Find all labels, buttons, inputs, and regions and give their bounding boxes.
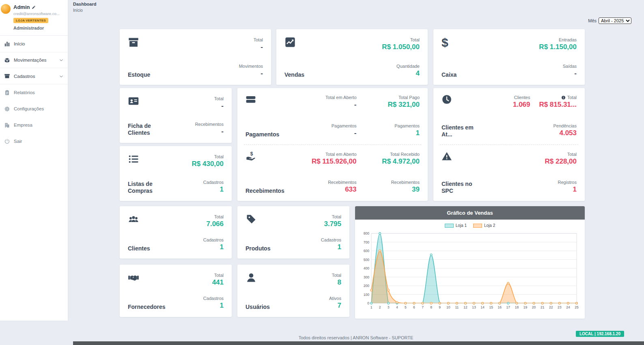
svg-text:2: 2 (379, 305, 381, 309)
svg-text:23: 23 (558, 305, 562, 309)
sidebar-item-empresa[interactable]: Empresa (0, 117, 68, 133)
power-icon (4, 138, 10, 144)
card-caixa: $ Caixa EntradasR$ 1.150,00 Saídas- (433, 29, 585, 85)
svg-text:200: 200 (364, 284, 369, 288)
chevron-down-icon (59, 58, 64, 63)
card-estoque: Estoque Total- Movimentos- (120, 29, 271, 85)
sidebar-item-label: Empresa (14, 123, 32, 127)
card-grafico-vendas: Gráfico de Vendas Loja 1 Loja 2 01002003… (355, 206, 585, 319)
stat-total-pago: Total PagoR$ 321,00 (361, 95, 420, 109)
svg-text:9: 9 (439, 305, 441, 309)
archive-box-icon (4, 73, 10, 79)
svg-text:1: 1 (370, 305, 373, 309)
id-card-icon (128, 95, 170, 107)
sidebar-item-inicio[interactable]: Início (0, 36, 68, 52)
user-name: Admin (13, 4, 30, 10)
stat-total-recebido: Total RecebidoR$ 4.972,00 (361, 152, 420, 166)
dollar-icon: $ (442, 37, 457, 49)
stat-total: TotalR$ 430,00 (192, 154, 224, 168)
stat-pendencias: Pendências4.053 (534, 123, 577, 137)
archive-icon (128, 37, 150, 48)
card-title: Clientes no SPC (442, 181, 484, 194)
store-badge: LOJA VERTENTES (13, 18, 48, 23)
stat-pagamentos-pagos: Pagamentos1 (361, 123, 420, 137)
stat-total-aberto: Total em Aberto- (297, 95, 357, 109)
card-pagamentos-recebimentos: Pagamentos Total em Aberto- Pagamentos- … (237, 88, 428, 201)
legend-loja1[interactable]: Loja 1 (445, 223, 467, 228)
svg-text:3: 3 (388, 305, 390, 309)
legend-loja2[interactable]: Loja 2 (473, 223, 495, 228)
list-icon (128, 153, 170, 165)
card-fornecedores: Fornecedores Total441 Cadastros1 (120, 265, 232, 317)
stat-total: Total7.066 (203, 214, 224, 228)
user-role: Administrador (13, 26, 60, 30)
clientes-spc-section: Clientes no SPC TotalR$ 228,00 Registros… (433, 145, 585, 201)
svg-text:$: $ (250, 151, 253, 157)
user-profile: Admin credit@anronsoftware.co... LOJA VE… (0, 0, 68, 36)
card-vendas: Vendas TotalR$ 1.050,00 Quantidade4 (276, 29, 428, 85)
gear-icon (4, 106, 10, 112)
svg-text:25: 25 (575, 305, 579, 309)
svg-text:600: 600 (364, 249, 369, 253)
breadcrumb[interactable]: Início (73, 8, 96, 13)
clock-icon (442, 94, 484, 105)
card-clientes-atraso-spc: Clientes em At... Clientes1.069 Total R$… (433, 88, 585, 201)
card-title: Usuários (246, 304, 270, 310)
stat-clientes: Clientes1.069 (488, 95, 530, 109)
card-title: Caixa (442, 71, 457, 78)
sidebar-item-configuracoes[interactable]: Configurações (0, 101, 68, 117)
card-title: Recebimentos (246, 188, 288, 194)
stat-pagamentos-aberto: Pagamentos- (297, 123, 357, 137)
card-title: Clientes em At... (442, 124, 484, 138)
handshake-icon (128, 272, 166, 283)
bottom-bar (73, 341, 644, 345)
svg-text:20: 20 (532, 305, 536, 309)
building-icon (4, 122, 10, 128)
hand-dollar-icon: $ (246, 151, 293, 162)
sidebar-item-cadastros[interactable]: Cadastros (0, 68, 68, 84)
sidebar-item-movimentacoes[interactable]: Movimentações (0, 52, 68, 68)
svg-text:16: 16 (498, 305, 502, 309)
stat-cadastros: Cadastros1 (321, 237, 341, 251)
legend-swatch-loja1 (445, 224, 454, 228)
svg-text:300: 300 (364, 275, 369, 279)
recebimentos-section: $ Recebimentos Total em AbertoR$ 115.926… (237, 145, 428, 201)
sidebar: Admin credit@anronsoftware.co... LOJA VE… (0, 0, 68, 321)
svg-text:700: 700 (364, 240, 369, 244)
main-content: Dashboard Início Mês Abril - 2025 Estoqu… (68, 0, 644, 345)
sidebar-item-label: Cadastros (14, 74, 35, 79)
clipboard-icon (4, 90, 10, 96)
warning-icon (442, 151, 494, 162)
edit-pencil-icon[interactable] (32, 5, 36, 9)
sidebar-item-sair[interactable]: Sair (0, 133, 68, 149)
month-filter: Mês Abril - 2025 (588, 17, 631, 24)
svg-text:24: 24 (566, 305, 570, 309)
card-title: Clientes (128, 245, 150, 252)
card-listas-compras: Listas de Compras TotalR$ 430,00 Cadastr… (120, 146, 232, 201)
month-select[interactable]: Abril - 2025 (599, 17, 631, 24)
svg-text:800: 800 (364, 231, 369, 235)
chevron-down-icon (59, 74, 64, 79)
svg-text:21: 21 (541, 305, 545, 309)
svg-text:11: 11 (455, 305, 459, 309)
svg-text:500: 500 (364, 258, 369, 262)
sidebar-item-label: Início (14, 41, 25, 46)
card-produtos: Produtos Total3.795 Cadastros1 (237, 206, 349, 259)
sidebar-item-relatorios[interactable]: Relatórios (0, 84, 68, 101)
info-icon[interactable] (561, 95, 566, 100)
page-title: Dashboard (73, 2, 96, 6)
chart-line-icon (284, 37, 304, 48)
stat-cadastros: Cadastros1 (192, 180, 224, 194)
stat-recebimentos-aberto: Recebimentos633 (297, 180, 357, 194)
svg-text:19: 19 (523, 305, 528, 309)
card-title: Listas de Compras (128, 181, 170, 194)
pagamentos-section: Pagamentos Total em Aberto- Pagamentos- … (237, 88, 428, 144)
sales-chart-svg: 0100200300400500600700800123456789101112… (359, 229, 581, 313)
card-title: Pagamentos (246, 131, 288, 138)
svg-text:7: 7 (422, 305, 424, 309)
card-usuarios: Usuários Total8 Ativos7 (237, 265, 349, 317)
legend-swatch-loja2 (473, 224, 482, 228)
sidebar-menu: Início Movimentações Cadastros Relatório… (0, 36, 68, 149)
stat-total-aberto: Total em AbertoR$ 115.926,00 (297, 152, 357, 166)
env-badge: LOCAL | 192.168.1.20 (576, 331, 624, 337)
